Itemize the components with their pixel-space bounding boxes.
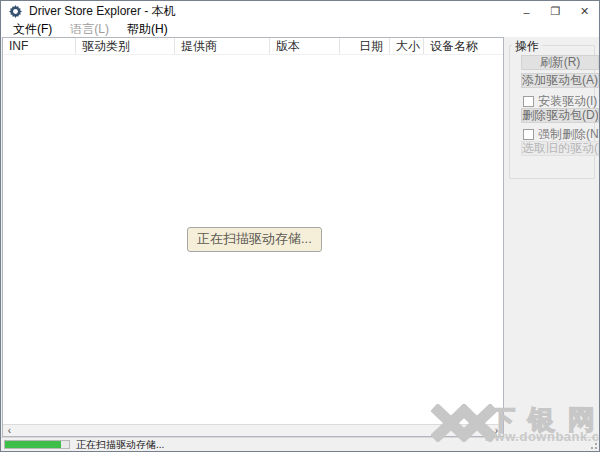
- scanning-tooltip: 正在扫描驱动存储...: [187, 227, 322, 252]
- close-button[interactable]: ✕: [570, 1, 599, 22]
- resize-grip[interactable]: [589, 441, 597, 449]
- scrollbar-track[interactable]: [16, 425, 490, 436]
- status-text: 正在扫描驱动存储...: [76, 438, 164, 452]
- maximize-button[interactable]: ❐: [541, 1, 570, 22]
- column-header-driver-class[interactable]: 驱动类别: [76, 38, 175, 54]
- scan-progress-fill: [5, 441, 61, 448]
- add-package-button[interactable]: 添加驱动包(A): [521, 73, 599, 88]
- scroll-right-icon[interactable]: ›: [490, 425, 503, 436]
- window-title: Driver Store Explorer - 本机: [29, 3, 176, 20]
- select-old-drivers-button[interactable]: 选取旧的驱动(O): [521, 141, 599, 156]
- column-header-inf[interactable]: INF: [3, 38, 76, 54]
- menu-file[interactable]: 文件(F): [4, 22, 61, 37]
- install-driver-checkbox[interactable]: [523, 96, 534, 107]
- menu-help[interactable]: 帮助(H): [118, 22, 177, 37]
- actions-panel: 操作 刷新(R) 添加驱动包(A) 安装驱动(I) 删除驱动包(D) 强制删除(…: [504, 37, 599, 437]
- window-controls: – ❐ ✕: [512, 1, 599, 22]
- column-header-version[interactable]: 版本: [270, 38, 340, 54]
- column-header-device-name[interactable]: 设备名称: [424, 38, 514, 54]
- title-bar: Driver Store Explorer - 本机 – ❐ ✕: [1, 1, 599, 22]
- minimize-button[interactable]: –: [512, 1, 541, 22]
- column-header-size[interactable]: 大小: [390, 38, 424, 54]
- delete-package-button[interactable]: 删除驱动包(D): [521, 108, 599, 123]
- column-header-provider[interactable]: 提供商: [175, 38, 270, 54]
- scan-progress-bar: [4, 440, 70, 449]
- status-bar: 正在扫描驱动存储...: [1, 437, 599, 451]
- force-delete-checkbox[interactable]: [523, 129, 534, 140]
- scroll-left-icon[interactable]: ‹: [3, 425, 16, 436]
- actions-groupbox: 操作 刷新(R) 添加驱动包(A) 安装驱动(I) 删除驱动包(D) 强制删除(…: [509, 45, 595, 179]
- menu-language[interactable]: 语言(L): [61, 22, 118, 37]
- menu-bar: 文件(F) 语言(L) 帮助(H): [1, 22, 599, 37]
- refresh-button[interactable]: 刷新(R): [521, 55, 599, 70]
- driver-list: INF驱动类别提供商版本日期大小设备名称 正在扫描驱动存储... ‹ ›: [2, 37, 504, 437]
- actions-group-label: 操作: [512, 40, 542, 52]
- app-gear-icon: [9, 5, 22, 18]
- list-header: INF驱动类别提供商版本日期大小设备名称: [3, 38, 503, 55]
- column-header-date[interactable]: 日期: [340, 38, 390, 54]
- horizontal-scrollbar[interactable]: ‹ ›: [3, 424, 503, 436]
- app-window: Driver Store Explorer - 本机 – ❐ ✕ 文件(F) 语…: [0, 0, 600, 452]
